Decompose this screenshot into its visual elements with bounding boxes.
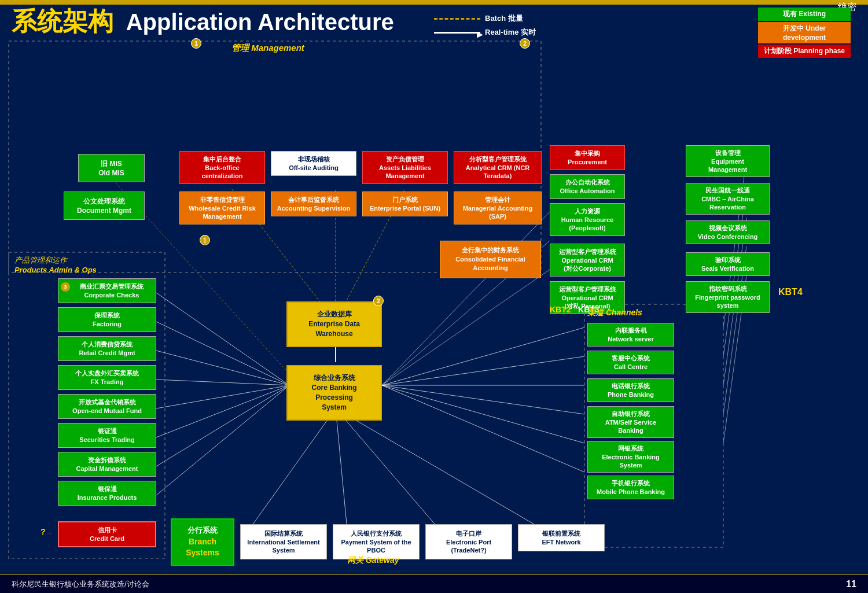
factoring-box: 保理系统Factoring	[58, 307, 156, 332]
footer: 科尔尼民生银行核心业务系统改造/讨论会 11	[0, 574, 868, 593]
phone-banking-box: 电话银行系统Phone Banking	[587, 378, 674, 402]
backoffice-box: 集中后台整合 Back-office centralization	[179, 151, 265, 184]
branch-systems-box: 分行系统 Branch Systems	[171, 518, 234, 565]
old-mis-en: Old MIS	[98, 169, 124, 177]
network-server-box: 内联服务机Network server	[587, 323, 674, 347]
doc-mgmt-box: 公文处理系统 Document Mgmt	[64, 191, 145, 220]
office-auto-box: 办公自动化系统Office Automation	[550, 174, 625, 199]
kbt4-label: KBT4	[778, 287, 803, 297]
doc-mgmt-en: Document Mgmt	[77, 207, 131, 215]
branch-zh: 分行系统	[187, 526, 218, 535]
header: 系统架构 Application Architecture Batch 批量 ▶…	[0, 5, 868, 38]
call-centre-box: 客服中心系统Call Centre	[587, 351, 674, 374]
svg-line-9	[156, 385, 289, 466]
svg-line-17	[249, 408, 336, 530]
management-label: 管理 Management	[231, 43, 304, 54]
batch-label: Batch 批量	[485, 13, 523, 24]
svg-line-10	[156, 385, 289, 495]
mobile-banking-box: 手机银行系统Mobile Phone Banking	[587, 476, 674, 499]
svg-line-6	[156, 380, 289, 385]
svg-line-11	[382, 327, 584, 385]
svg-line-12	[382, 356, 584, 385]
old-mis-zh: 旧 MIS	[101, 160, 122, 168]
num-circle-1: 1	[191, 38, 201, 49]
main-diagram: 管理 Management 旧 MIS Old MIS 公文处理系统 Docum…	[0, 38, 868, 559]
insurance-box: 银保通Insurance Products	[58, 481, 156, 506]
electronic-port-box: 电子口岸Electronic Port (TradeNet?)	[425, 524, 512, 559]
svg-line-14	[382, 385, 584, 414]
capital-mgmt-box: 资金拆借系统Capital Management	[58, 452, 156, 477]
realtime-label: Real-time 实时	[485, 27, 536, 38]
corporate-checks-box: 3 商业汇票交易管理系统Corporate Checks	[58, 278, 156, 303]
credit-card-box: 信用卡Credit Card	[58, 521, 156, 547]
securities-trading-box: 银证通Securities Trading	[58, 423, 156, 448]
seals-verification-box: 验印系统Seals Verification	[686, 252, 770, 276]
retail-credit-box: 个人消费信贷系统Retail Credit Mgmt	[58, 336, 156, 361]
core-banking-box: 综合业务系统 Core Banking Processing System	[286, 365, 382, 420]
svg-line-25	[382, 212, 550, 385]
analytical-crm-box: 分析型客户管理系统 Analytical CRM (NCR Teradata)	[454, 151, 542, 184]
hr-box: 人力资源Human Resource(Peoplesoft)	[550, 203, 625, 236]
page-title: 系统架构 Application Architecture	[12, 8, 394, 35]
svg-line-15	[382, 385, 584, 443]
edw-box: 企业数据库 Enterprise Data Warehouse	[286, 301, 382, 347]
channels-label: 渠道 Channels	[587, 307, 642, 318]
consolidated-fin-box: 全行集中的财务系统 Consolidated Financial Account…	[440, 241, 541, 278]
svg-line-4	[156, 322, 289, 385]
svg-line-5	[156, 351, 289, 385]
equip-mgmt-box: 设备管理EquipmentManagement	[686, 145, 770, 177]
svg-line-7	[156, 385, 289, 408]
num-circle-3: 2	[373, 296, 384, 306]
arrow-credit-card: →	[45, 529, 53, 538]
svg-line-19	[336, 408, 440, 530]
doc-mgmt-zh: 公文处理系统	[83, 197, 125, 205]
mgmt-accounting-box: 管理会计 Managerial Accounting (SAP)	[454, 191, 542, 224]
wholesale-credit-box: 非零售信贷管理 Wholesale Credit Risk Management	[179, 191, 265, 224]
acct-supervision-box: 会计事后监督系统 Accounting Supervision	[271, 191, 356, 216]
num-circle-4: 1	[200, 235, 210, 245]
eft-network-box: 银联前置系统EFT Network	[518, 524, 605, 551]
svg-line-20	[336, 408, 544, 530]
atm-box: 自助银行系统ATM/Self ServiceBanking	[587, 406, 674, 438]
legend-existing: 现有 Existing	[758, 8, 851, 21]
svg-line-16	[382, 385, 584, 472]
cmbc-airchina-box: 民生国航一线通CMBC – AirChinaReservation	[686, 183, 770, 215]
ebanking-box: 网银系统Electronic BankingSystem	[587, 441, 674, 473]
procurement-box: 集中采购Procurement	[550, 145, 625, 170]
title-en: Application Architecture	[126, 9, 394, 35]
op-crm-corp-box: 运营型客户管理系统Operational CRM(对公Corporate)	[550, 244, 625, 277]
branch-en: Branch Systems	[186, 537, 219, 558]
footer-left: 科尔尼民生银行核心业务系统改造/讨论会	[12, 579, 149, 590]
svg-line-8	[156, 385, 289, 437]
legend-arrows: Batch 批量 ▶ Real-time 实时	[434, 13, 536, 38]
offsite-audit-box: 非现场稽核 Off-site Auditing	[271, 151, 356, 176]
enterprise-portal-box: 门户系统 Enterprise Portal (SUN)	[362, 191, 448, 216]
fingerprint-box: 指纹密码系统Fingerprint passwordsystem	[686, 281, 770, 313]
old-mis-box: 旧 MIS Old MIS	[78, 154, 145, 182]
products-label: 产品管理和运作 Products Admin & Ops	[14, 255, 97, 274]
svg-line-18	[336, 408, 347, 530]
top-bar	[0, 0, 868, 5]
svg-line-27	[382, 270, 550, 385]
mutual-fund-box: 开放式基金代销系统Open-end Mutual Fund	[58, 394, 156, 419]
footer-right: 11	[846, 579, 856, 590]
svg-line-3	[156, 293, 289, 385]
title-zh: 系统架构	[12, 7, 113, 35]
video-conf-box: 视频会议系统Video Conferencing	[686, 220, 770, 244]
num-3: 3	[61, 282, 70, 292]
gateway-label: 网关 Gateway	[347, 555, 399, 566]
pboc-payment-box: 人民银行支付系统Payment System of the PBOC	[333, 524, 420, 559]
assets-liab-box: 资产负债管理 Assets Liabilities Management	[362, 151, 448, 184]
intl-settlement-box: 国际结算系统International Settlement System	[240, 524, 327, 559]
num-circle-2: 2	[520, 38, 530, 49]
fx-trading-box: 个人实盘外汇买卖系统FX Trading	[58, 365, 156, 390]
